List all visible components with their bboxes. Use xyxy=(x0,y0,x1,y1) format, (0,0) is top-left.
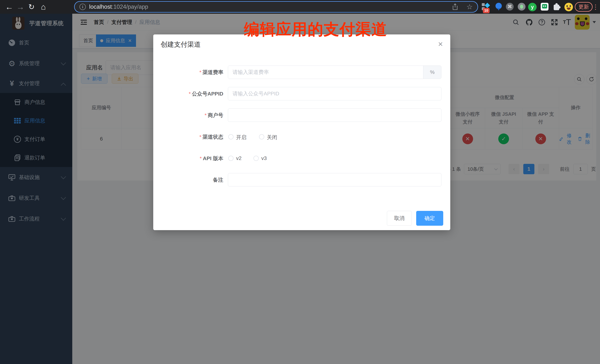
extension-y-icon[interactable]: y xyxy=(528,3,537,11)
appid-input-wrap xyxy=(228,87,441,100)
extension-chat-icon[interactable] xyxy=(541,3,548,10)
percent-suffix: % xyxy=(423,66,441,79)
api-version-label: *API 版本 xyxy=(153,155,223,162)
extension-dot-icon[interactable] xyxy=(518,3,525,10)
web-app: 芋道管理系统 首页 ⚙ 系统管理 ¥ 支付管理 xyxy=(0,14,600,364)
merchant-label: *商户号 xyxy=(153,112,223,119)
extension-badge: 10 xyxy=(483,8,489,13)
dialog-title: 创建支付渠道 xyxy=(161,40,201,49)
extension-balloon-icon[interactable] xyxy=(495,3,503,11)
rate-input[interactable] xyxy=(228,66,423,79)
back-icon[interactable]: ← xyxy=(4,0,15,14)
status-off-radio[interactable] xyxy=(259,134,264,139)
forward-icon[interactable]: → xyxy=(15,0,26,14)
appid-input[interactable] xyxy=(228,87,441,100)
browser-update-label: 更新 xyxy=(579,3,589,10)
url-path: :1024/pay/app xyxy=(112,3,148,10)
share-icon[interactable] xyxy=(452,3,458,10)
status-on-label[interactable]: 开启 xyxy=(236,134,246,141)
remark-input-wrap xyxy=(228,173,441,186)
screen: ← → ↻ ⌂ i localhost :1024/pay/app ☆ 10 ⌘ xyxy=(0,0,600,364)
annotation-text: 编辑应用的支付渠道 xyxy=(244,19,387,40)
browser-menu-icon[interactable]: ⋮ xyxy=(594,2,597,11)
rate-input-group: % xyxy=(228,65,441,79)
required-asterisk: * xyxy=(189,91,191,97)
required-asterisk: * xyxy=(205,112,206,118)
remark-input[interactable] xyxy=(228,173,441,186)
required-asterisk: * xyxy=(200,155,202,161)
url-host: localhost xyxy=(89,3,112,10)
create-pay-channel-dialog: 创建支付渠道 × *渠道费率 % *公众号APPID *商户号 xyxy=(153,35,450,230)
api-v2-label[interactable]: v2 xyxy=(236,155,242,161)
confirm-button[interactable]: 确定 xyxy=(416,211,443,226)
status-off-label[interactable]: 关闭 xyxy=(267,134,277,141)
browser-profile-avatar[interactable] xyxy=(564,3,573,11)
cancel-button[interactable]: 取消 xyxy=(387,211,412,226)
browser-update-button[interactable]: 更新 xyxy=(575,2,593,12)
appid-label: *公众号APPID xyxy=(153,90,223,97)
site-info-icon[interactable]: i xyxy=(79,4,86,10)
browser-toolbar: ← → ↻ ⌂ i localhost :1024/pay/app ☆ 10 ⌘ xyxy=(0,0,600,14)
remark-label: 备注 xyxy=(153,176,223,183)
status-label: *渠道状态 xyxy=(153,134,223,141)
merchant-input[interactable] xyxy=(228,109,441,122)
home-icon[interactable]: ⌂ xyxy=(38,0,49,14)
bookmark-star-icon[interactable]: ☆ xyxy=(466,3,473,11)
required-asterisk: * xyxy=(199,69,201,75)
rate-label: *渠道费率 xyxy=(153,69,223,76)
extensions-puzzle-icon[interactable] xyxy=(553,3,561,11)
address-bar[interactable]: i localhost :1024/pay/app ☆ xyxy=(74,1,478,13)
api-v2-radio[interactable] xyxy=(228,156,234,161)
merchant-input-wrap xyxy=(228,109,441,122)
api-v3-label[interactable]: v3 xyxy=(261,155,267,161)
close-icon[interactable]: × xyxy=(435,38,446,50)
status-on-radio[interactable] xyxy=(228,134,234,139)
required-asterisk: * xyxy=(199,134,201,140)
api-v3-radio[interactable] xyxy=(253,156,259,161)
extension-tabs-icon[interactable]: 10 xyxy=(482,3,490,11)
refresh-icon[interactable]: ↻ xyxy=(26,0,37,14)
extension-command-icon[interactable]: ⌘ xyxy=(506,3,514,10)
